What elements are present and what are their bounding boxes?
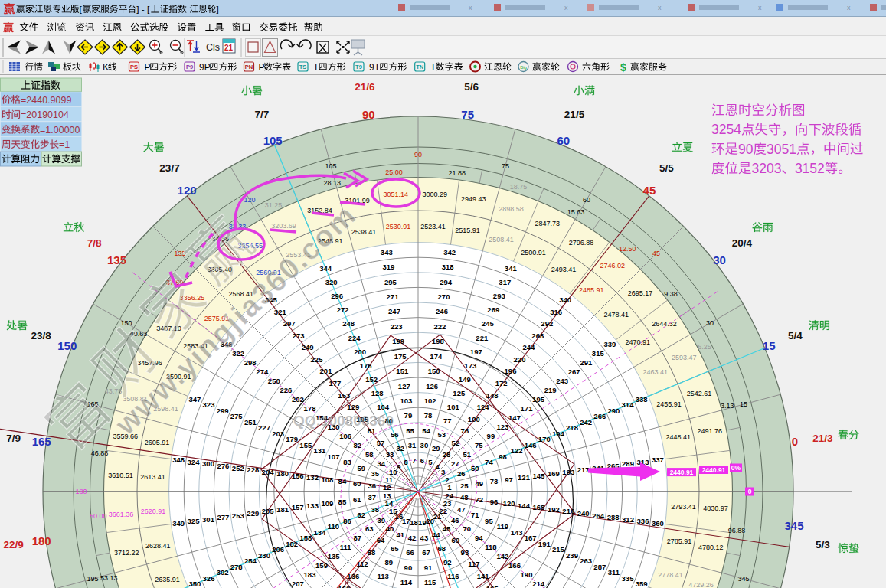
svg-text:359: 359: [636, 580, 648, 588]
svg-text:2628.41: 2628.41: [145, 542, 171, 550]
svg-text:3152: 3152: [795, 161, 825, 176]
svg-text:318: 318: [442, 263, 454, 271]
svg-text:298: 298: [244, 358, 257, 367]
svg-text:18.75: 18.75: [510, 183, 528, 191]
svg-text:98: 98: [499, 452, 507, 461]
svg-text:325: 325: [188, 517, 201, 525]
svg-text:145: 145: [532, 472, 545, 480]
svg-text:27: 27: [451, 459, 459, 468]
svg-text:342: 342: [443, 248, 456, 256]
svg-text:46: 46: [451, 516, 459, 524]
svg-text:141: 141: [477, 572, 490, 580]
svg-text:76: 76: [461, 426, 469, 435]
svg-text:122: 122: [511, 446, 523, 455]
svg-text:4: 4: [435, 462, 440, 471]
svg-text:149: 149: [459, 375, 471, 384]
svg-text:269: 269: [487, 305, 499, 314]
svg-text:75: 75: [475, 441, 483, 449]
svg-text:2746.02: 2746.02: [600, 262, 625, 270]
svg-text:314: 314: [622, 400, 635, 409]
svg-text:133: 133: [306, 501, 319, 510]
svg-text:273: 273: [293, 332, 305, 340]
svg-text:93: 93: [461, 548, 469, 557]
svg-text:205: 205: [262, 507, 275, 515]
svg-text:P: P: [259, 62, 265, 73]
svg-text:158: 158: [299, 534, 312, 542]
svg-text:183: 183: [304, 570, 316, 579]
svg-text:115: 115: [424, 578, 436, 586]
svg-text:60: 60: [583, 196, 590, 204]
svg-text:73: 73: [490, 477, 499, 485]
svg-text:245: 245: [482, 319, 495, 328]
svg-text:25.00: 25.00: [385, 168, 403, 176]
svg-text:30: 30: [420, 441, 429, 449]
svg-text:42: 42: [408, 534, 417, 542]
svg-text:127: 127: [398, 382, 410, 390]
svg-text:326: 326: [203, 574, 215, 583]
svg-text:41: 41: [396, 531, 404, 539]
svg-text:225: 225: [311, 355, 324, 364]
svg-text:68: 68: [438, 544, 446, 553]
svg-text:227: 227: [258, 423, 270, 432]
svg-text:8: 8: [404, 458, 408, 466]
svg-text:3051.14: 3051.14: [384, 191, 409, 198]
svg-text:9.38: 9.38: [664, 290, 678, 298]
svg-text:155: 155: [299, 441, 312, 449]
svg-text:4830.97: 4830.97: [703, 505, 728, 512]
svg-text:24: 24: [446, 492, 454, 500]
svg-text:319: 319: [382, 263, 394, 271]
svg-text:302: 302: [217, 568, 229, 577]
svg-text:120: 120: [178, 184, 197, 197]
svg-text:5/4: 5/4: [788, 330, 803, 341]
svg-text:2463.41: 2463.41: [642, 368, 668, 376]
svg-text:48: 48: [460, 493, 469, 501]
svg-text:299: 299: [217, 407, 229, 415]
svg-text:295: 295: [384, 278, 397, 286]
svg-text:P9: P9: [186, 64, 193, 70]
svg-text:3254: 3254: [711, 122, 741, 137]
svg-text:7/8: 7/8: [87, 237, 102, 249]
svg-text:x: x: [758, 4, 762, 11]
svg-text:22/9: 22/9: [3, 539, 23, 550]
svg-text:312: 312: [622, 515, 634, 524]
svg-text:15.63: 15.63: [567, 208, 585, 216]
svg-text:176: 176: [360, 361, 372, 370]
svg-text:150: 150: [428, 367, 440, 375]
svg-text:40: 40: [386, 524, 394, 533]
svg-text:224: 224: [348, 334, 361, 342]
svg-text:91: 91: [424, 564, 433, 572]
svg-text:56: 56: [391, 430, 399, 439]
svg-text:=20190104: =20190104: [21, 109, 69, 120]
svg-text:195: 195: [532, 395, 545, 403]
svg-text:125: 125: [453, 389, 466, 397]
svg-text:219: 219: [544, 386, 557, 394]
svg-text:2778.41: 2778.41: [658, 571, 683, 579]
svg-text:Big: Big: [520, 65, 527, 70]
svg-text:79: 79: [404, 411, 413, 420]
svg-text:26: 26: [457, 469, 466, 478]
svg-text:86: 86: [343, 517, 351, 525]
svg-text:89: 89: [384, 558, 393, 567]
svg-text:x: x: [658, 4, 662, 11]
svg-text:2455.91: 2455.91: [656, 400, 682, 408]
svg-text:21/5: 21/5: [564, 109, 585, 120]
svg-text:117: 117: [468, 560, 479, 568]
svg-text:248: 248: [342, 319, 355, 328]
svg-text:120: 120: [244, 196, 255, 204]
svg-text:59: 59: [357, 464, 365, 472]
svg-text:15: 15: [740, 400, 747, 408]
svg-text:123: 123: [496, 423, 508, 431]
svg-text:218: 218: [566, 423, 578, 432]
svg-text:267: 267: [568, 368, 580, 376]
svg-text:57: 57: [377, 439, 385, 447]
svg-text:9P: 9P: [199, 62, 211, 73]
svg-text:95: 95: [485, 517, 493, 525]
svg-text:321: 321: [274, 308, 287, 316]
svg-text:15: 15: [763, 339, 776, 352]
svg-text:1: 1: [447, 483, 452, 492]
svg-text:124: 124: [477, 403, 490, 411]
svg-text:2898.58: 2898.58: [499, 205, 524, 213]
svg-text:197: 197: [470, 348, 482, 356]
svg-text:85: 85: [338, 498, 347, 506]
svg-text:339: 339: [603, 340, 616, 348]
